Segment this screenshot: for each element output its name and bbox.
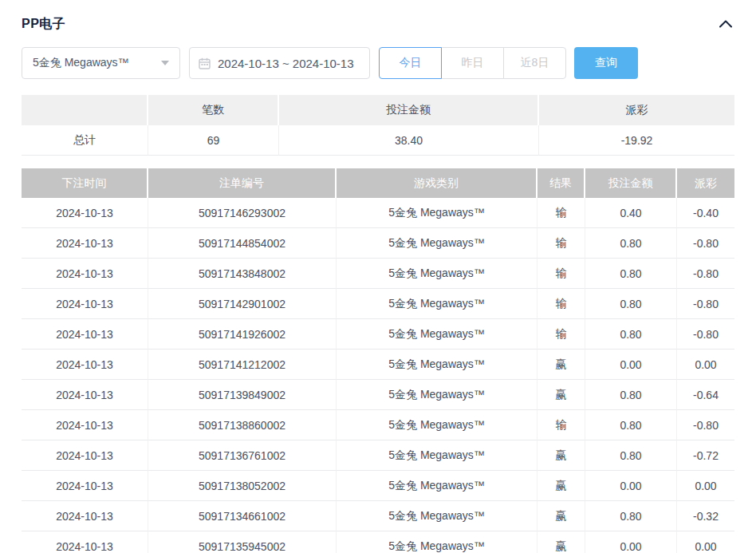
cell-bet-amount: 0.80 [585, 228, 677, 259]
cell-bet-amount: 0.80 [585, 289, 677, 319]
cell-bet-time: 2024-10-13 [22, 259, 148, 289]
summary-header-count: 笔数 [148, 95, 279, 125]
summary-header-row: 笔数 投注金额 派彩 [22, 95, 734, 125]
table-row: 2024-10-13509171398490025金兔 Megaways™赢0.… [22, 380, 734, 410]
cell-bet-amount: 0.80 [585, 380, 677, 410]
cell-bet-time: 2024-10-13 [22, 228, 148, 259]
cell-game-type: 5金兔 Megaways™ [337, 228, 537, 259]
table-row: 2024-10-13509171346610025金兔 Megaways™赢0.… [22, 501, 734, 531]
quick-filter-yesterday[interactable]: 昨日 [441, 47, 504, 79]
cell-game-type: 5金兔 Megaways™ [337, 259, 537, 289]
cell-game-type: 5金兔 Megaways™ [337, 501, 537, 531]
cell-payout: -0.72 [677, 440, 734, 471]
cell-payout: -0.80 [677, 319, 734, 350]
cell-payout: -0.80 [677, 410, 734, 440]
cell-bet-amount: 0.80 [585, 440, 677, 471]
cell-bet-id: 50917141926002 [148, 319, 337, 350]
game-select-value: 5金兔 Megaways™ [33, 56, 129, 70]
chevron-up-icon [719, 20, 732, 28]
cell-bet-id: 50917142901002 [148, 289, 337, 319]
cell-bet-time: 2024-10-13 [22, 440, 148, 471]
cell-bet-amount: 0.00 [585, 531, 677, 553]
cell-result: 输 [537, 198, 585, 228]
table-row: 2024-10-13509171462930025金兔 Megaways™输0.… [22, 198, 734, 228]
page-title: PP电子 [22, 16, 65, 33]
cell-game-type: 5金兔 Megaways™ [337, 198, 537, 228]
header-game-type: 游戏类别 [337, 168, 537, 198]
cell-bet-amount: 0.00 [585, 350, 677, 380]
header-result: 结果 [537, 168, 585, 198]
header-bet-amount: 投注金额 [585, 168, 677, 198]
cell-bet-time: 2024-10-13 [22, 198, 148, 228]
summary-total-bet-amount: 38.40 [279, 125, 539, 156]
summary-header-payout: 派彩 [539, 95, 734, 125]
bet-records-table: 下注时间 注单编号 游戏类别 结果 投注金额 派彩 2024-10-135091… [22, 168, 734, 553]
cell-game-type: 5金兔 Megaways™ [337, 410, 537, 440]
cell-bet-id: 50917136761002 [148, 440, 337, 471]
cell-bet-amount: 0.80 [585, 319, 677, 350]
summary-total-payout: -19.92 [539, 125, 734, 156]
cell-result: 输 [537, 259, 585, 289]
collapse-panel-button[interactable] [717, 15, 734, 33]
table-row: 2024-10-13509171367610025金兔 Megaways™赢0.… [22, 440, 734, 471]
table-row: 2024-10-13509171359450025金兔 Megaways™赢0.… [22, 531, 734, 553]
cell-bet-time: 2024-10-13 [22, 410, 148, 440]
cell-game-type: 5金兔 Megaways™ [337, 289, 537, 319]
cell-bet-amount: 0.00 [585, 471, 677, 501]
panel-header: PP电子 [22, 14, 734, 34]
cell-bet-id: 50917134661002 [148, 501, 337, 531]
cell-payout: -0.80 [677, 289, 734, 319]
cell-payout: 0.00 [677, 531, 734, 553]
cell-bet-time: 2024-10-13 [22, 531, 148, 553]
cell-payout: 0.00 [677, 350, 734, 380]
calendar-icon [199, 57, 211, 69]
header-bet-time: 下注时间 [22, 168, 148, 198]
cell-result: 输 [537, 289, 585, 319]
game-select[interactable]: 5金兔 Megaways™ [22, 47, 180, 79]
summary-total-label: 总计 [22, 125, 148, 156]
cell-game-type: 5金兔 Megaways™ [337, 380, 537, 410]
cell-game-type: 5金兔 Megaways™ [337, 440, 537, 471]
cell-payout: -0.80 [677, 259, 734, 289]
summary-header-blank [22, 95, 148, 125]
filter-bar: 5金兔 Megaways™ 2024-10-13 ~ 2024-10-13 今日… [22, 47, 734, 79]
date-range-value: 2024-10-13 ~ 2024-10-13 [218, 57, 354, 70]
cell-result: 输 [537, 228, 585, 259]
cell-game-type: 5金兔 Megaways™ [337, 531, 537, 553]
cell-payout: -0.40 [677, 198, 734, 228]
table-row: 2024-10-13509171419260025金兔 Megaways™输0.… [22, 319, 734, 350]
summary-header-bet-amount: 投注金额 [279, 95, 539, 125]
cell-game-type: 5金兔 Megaways™ [337, 350, 537, 380]
table-row: 2024-10-13509171429010025金兔 Megaways™输0.… [22, 289, 734, 319]
chevron-down-icon [161, 61, 169, 65]
cell-bet-id: 50917135945002 [148, 531, 337, 553]
cell-bet-id: 50917138860002 [148, 410, 337, 440]
summary-table: 笔数 投注金额 派彩 总计 69 38.40 -19.92 [22, 95, 734, 156]
cell-result: 赢 [537, 380, 585, 410]
cell-result: 输 [537, 410, 585, 440]
table-row: 2024-10-13509171438480025金兔 Megaways™输0.… [22, 259, 734, 289]
cell-game-type: 5金兔 Megaways™ [337, 319, 537, 350]
pp-games-panel: PP电子 5金兔 Megaways™ 2024-10-13 ~ 2024-10-… [0, 0, 756, 553]
cell-bet-id: 50917146293002 [148, 198, 337, 228]
cell-bet-id: 50917138052002 [148, 471, 337, 501]
table-row: 2024-10-13509171388600025金兔 Megaways™输0.… [22, 410, 734, 440]
cell-result: 赢 [537, 501, 585, 531]
cell-bet-id: 50917139849002 [148, 380, 337, 410]
cell-bet-amount: 0.80 [585, 410, 677, 440]
cell-bet-id: 50917144854002 [148, 228, 337, 259]
cell-bet-id: 50917143848002 [148, 259, 337, 289]
cell-result: 赢 [537, 531, 585, 553]
cell-result: 输 [537, 319, 585, 350]
cell-payout: -0.64 [677, 380, 734, 410]
cell-bet-time: 2024-10-13 [22, 289, 148, 319]
query-button[interactable]: 查询 [574, 47, 638, 79]
quick-filter-today[interactable]: 今日 [379, 47, 442, 79]
cell-bet-time: 2024-10-13 [22, 319, 148, 350]
header-bet-id: 注单编号 [148, 168, 337, 198]
table-row: 2024-10-13509171412120025金兔 Megaways™赢0.… [22, 350, 734, 380]
quick-filter-last-8-days[interactable]: 近8日 [503, 47, 566, 79]
cell-payout: -0.80 [677, 228, 734, 259]
cell-game-type: 5金兔 Megaways™ [337, 471, 537, 501]
date-range-picker[interactable]: 2024-10-13 ~ 2024-10-13 [189, 47, 370, 79]
